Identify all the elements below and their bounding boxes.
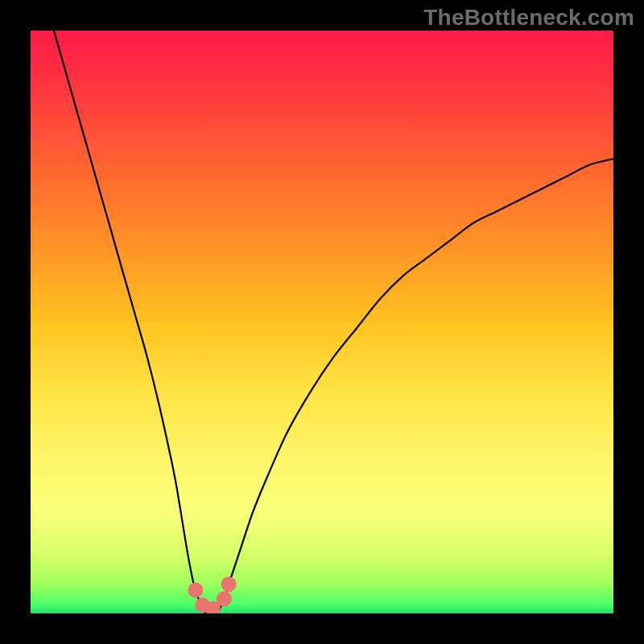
plot-area (31, 31, 613, 613)
curve-marker (217, 591, 232, 606)
curve-marker (188, 583, 203, 598)
curve-marker (221, 576, 237, 592)
gradient-background (31, 31, 613, 613)
chart-frame: TheBottleneck.com (0, 0, 644, 644)
bottleneck-chart (31, 31, 613, 613)
watermark-label: TheBottleneck.com (423, 5, 634, 31)
